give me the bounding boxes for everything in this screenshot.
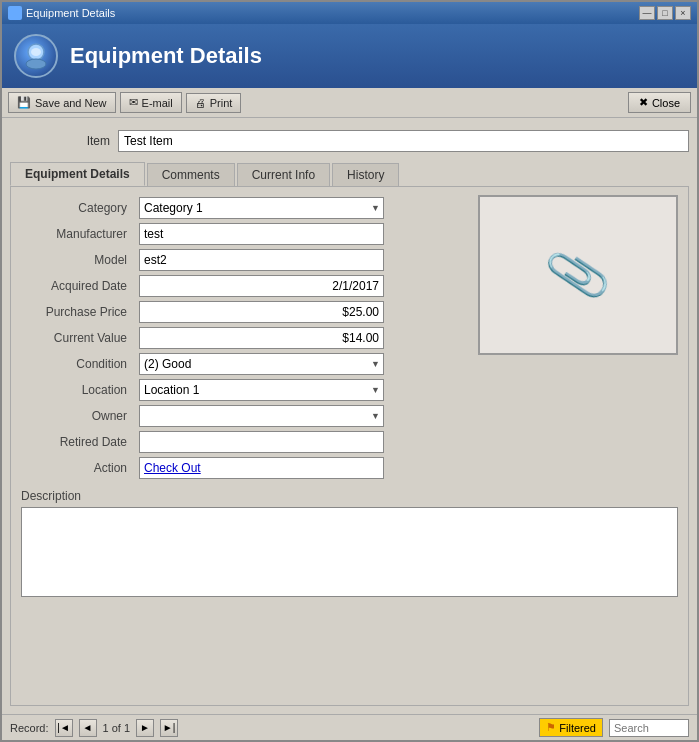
search-input[interactable] [609,719,689,737]
form-row-action: Action Check Out [21,457,384,479]
form-row-acquired-date: Acquired Date [21,275,384,297]
filtered-button[interactable]: ⚑ Filtered [539,718,603,737]
tab-equipment-details[interactable]: Equipment Details [10,162,145,186]
nav-next-button[interactable]: ► [136,719,154,737]
action-field: Check Out [139,457,384,479]
close-window-button[interactable]: × [675,6,691,20]
item-row: Item [10,126,689,156]
owner-select[interactable] [139,405,384,427]
record-label: Record: [10,722,49,734]
tab-content: Category Category 1 Category 2 Manufactu… [10,186,689,706]
model-input[interactable] [139,249,384,271]
email-icon: ✉ [129,96,138,109]
category-label: Category [21,201,131,215]
acquired-date-label: Acquired Date [21,279,131,293]
close-label: Close [652,97,680,109]
purchase-price-label: Purchase Price [21,305,131,319]
location-select-wrapper: Location 1 Location 2 [139,379,384,401]
nav-first-button[interactable]: |◄ [55,719,73,737]
window-title: Equipment Details [26,7,115,19]
retired-date-label: Retired Date [21,435,131,449]
current-value-label: Current Value [21,331,131,345]
print-button[interactable]: 🖨 Print [186,93,242,113]
save-new-label: Save and New [35,97,107,109]
filtered-label: Filtered [559,722,596,734]
header-title: Equipment Details [70,43,262,69]
location-label: Location [21,383,131,397]
form-row-current-value: Current Value [21,327,384,349]
description-label: Description [21,489,678,503]
tabs-container: Equipment Details Comments Current Info … [10,162,689,706]
item-label: Item [10,134,110,148]
main-window: Equipment Details — □ × Equipment Detail… [0,0,699,742]
title-bar-controls: — □ × [639,6,691,20]
location-select[interactable]: Location 1 Location 2 [139,379,384,401]
email-label: E-mail [142,97,173,109]
category-select[interactable]: Category 1 Category 2 [139,197,384,219]
description-section: Description [21,489,678,600]
window-icon [8,6,22,20]
form-row-condition: Condition (1) Excellent (2) Good (3) Fai… [21,353,384,375]
nav-prev-button[interactable]: ◄ [79,719,97,737]
email-button[interactable]: ✉ E-mail [120,92,182,113]
close-icon: ✖ [639,96,648,109]
manufacturer-input[interactable] [139,223,384,245]
status-bar: Record: |◄ ◄ 1 of 1 ► ►| ⚑ Filtered [2,714,697,740]
manufacturer-label: Manufacturer [21,227,131,241]
condition-label: Condition [21,357,131,371]
close-button[interactable]: ✖ Close [628,92,691,113]
form-row-category: Category Category 1 Category 2 [21,197,384,219]
toolbar: 💾 Save and New ✉ E-mail 🖨 Print ✖ Close [2,88,697,118]
form-row-location: Location Location 1 Location 2 [21,379,384,401]
restore-button[interactable]: □ [657,6,673,20]
minimize-button[interactable]: — [639,6,655,20]
acquired-date-input[interactable] [139,275,384,297]
record-count: 1 of 1 [103,722,131,734]
description-textarea[interactable] [21,507,678,597]
print-label: Print [210,97,233,109]
form-row-owner: Owner [21,405,384,427]
purchase-price-input[interactable] [139,301,384,323]
tab-content-inner: Category Category 1 Category 2 Manufactu… [21,197,678,479]
form-row-manufacturer: Manufacturer [21,223,384,245]
print-icon: 🖨 [195,97,206,109]
owner-label: Owner [21,409,131,423]
form-row-retired-date: Retired Date [21,431,384,453]
checkout-link[interactable]: Check Out [144,461,201,475]
content-area: Item Equipment Details Comments Current … [2,118,697,714]
model-label: Model [21,253,131,267]
attachment-icon: 📎 [542,240,614,310]
save-new-button[interactable]: 💾 Save and New [8,92,116,113]
header-area: Equipment Details [2,24,697,88]
nav-last-button[interactable]: ►| [160,719,178,737]
form-row-purchase-price: Purchase Price [21,301,384,323]
item-input[interactable] [118,130,689,152]
image-area[interactable]: 📎 [478,195,678,355]
filter-icon: ⚑ [546,721,556,734]
action-label: Action [21,461,131,475]
tab-comments[interactable]: Comments [147,163,235,186]
form-grid: Category Category 1 Category 2 Manufactu… [21,197,384,479]
save-icon: 💾 [17,96,31,109]
title-bar: Equipment Details — □ × [2,2,697,24]
condition-select[interactable]: (1) Excellent (2) Good (3) Fair (4) Poor [139,353,384,375]
form-row-model: Model [21,249,384,271]
tab-bar: Equipment Details Comments Current Info … [10,162,689,186]
category-select-wrapper: Category 1 Category 2 [139,197,384,219]
retired-date-input[interactable] [139,431,384,453]
condition-select-wrapper: (1) Excellent (2) Good (3) Fair (4) Poor [139,353,384,375]
tab-current-info[interactable]: Current Info [237,163,330,186]
tab-history[interactable]: History [332,163,399,186]
svg-point-2 [31,48,41,56]
current-value-input[interactable] [139,327,384,349]
owner-select-wrapper [139,405,384,427]
app-icon [14,34,58,78]
svg-point-1 [26,59,46,69]
title-bar-left: Equipment Details [8,6,115,20]
